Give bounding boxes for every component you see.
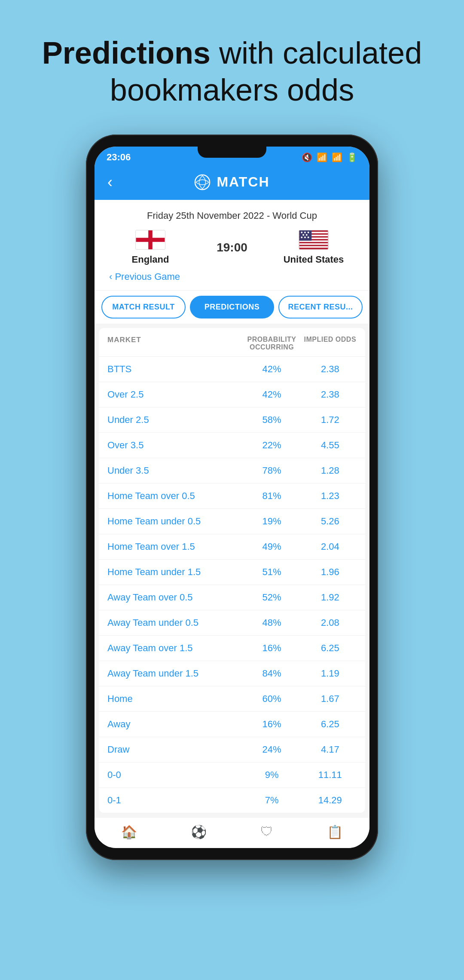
- col-odds-header: IMPLIED ODDS: [304, 336, 357, 351]
- bottom-nav: 🏠 ⚽ 🛡 📋: [95, 817, 369, 848]
- odds-value: 1.92: [304, 592, 357, 603]
- market-name: Home Team over 0.5: [107, 490, 240, 502]
- table-row[interactable]: Away Team under 0.5 48% 2.08: [99, 610, 365, 636]
- prob-value: 9%: [240, 769, 304, 781]
- prob-value: 24%: [240, 744, 304, 755]
- table-row[interactable]: Away Team over 0.5 52% 1.92: [99, 585, 365, 610]
- app-title-text: MATCH: [217, 174, 269, 190]
- app-bar: ‹ MATCH: [95, 166, 369, 200]
- wifi-icon: 📶: [317, 152, 327, 162]
- match-info: Friday 25th November 2022 - World Cup En…: [95, 200, 369, 290]
- odds-value: 2.38: [304, 364, 357, 375]
- tab-recent-results[interactable]: RECENT RESU...: [278, 296, 363, 318]
- tab-predictions[interactable]: PREDICTIONS: [190, 296, 274, 318]
- market-name: 0-0: [107, 769, 240, 781]
- market-name: Away Team under 0.5: [107, 617, 240, 628]
- market-name: Under 2.5: [107, 414, 240, 426]
- table-row[interactable]: Draw 24% 4.17: [99, 737, 365, 763]
- table-rows: BTTS 42% 2.38 Over 2.5 42% 2.38 Under 2.…: [99, 357, 365, 813]
- svg-point-0: [195, 175, 210, 190]
- home-team: England: [116, 230, 185, 265]
- clipboard-icon: 📋: [327, 824, 343, 839]
- table-row[interactable]: 0-0 9% 11.11: [99, 763, 365, 788]
- page-header: Predictions with calculated bookmakers o…: [0, 0, 464, 135]
- table-row[interactable]: Away 16% 6.25: [99, 712, 365, 737]
- nav-sports[interactable]: ⚽: [191, 824, 207, 839]
- odds-value: 6.25: [304, 643, 357, 654]
- market-name: Draw: [107, 744, 240, 755]
- market-name: Away Team under 1.5: [107, 668, 240, 679]
- odds-value: 5.26: [304, 516, 357, 527]
- phone-shell: 23:06 🔇 📶 📶 🔋 ‹: [86, 135, 378, 860]
- odds-value: 4.55: [304, 440, 357, 451]
- sports-icon: ⚽: [191, 824, 207, 839]
- predictions-section: MARKET PROBABILITY OCCURRING IMPLIED ODD…: [95, 324, 369, 817]
- home-icon: 🏠: [121, 824, 137, 839]
- phone-wrapper: 23:06 🔇 📶 📶 🔋 ‹: [0, 135, 464, 886]
- prob-value: 42%: [240, 389, 304, 400]
- prob-value: 48%: [240, 617, 304, 628]
- odds-value: 1.19: [304, 668, 357, 679]
- nav-home[interactable]: 🏠: [121, 824, 137, 839]
- prob-value: 58%: [240, 414, 304, 426]
- previous-game-link[interactable]: ‹ Previous Game: [107, 271, 357, 282]
- svg-rect-3: [136, 238, 165, 242]
- odds-value: 1.28: [304, 465, 357, 476]
- prob-value: 42%: [240, 364, 304, 375]
- svg-point-14: [308, 232, 309, 233]
- prob-value: 81%: [240, 490, 304, 502]
- table-row[interactable]: Home Team over 1.5 49% 2.04: [99, 534, 365, 560]
- table-row[interactable]: Away Team over 1.5 16% 6.25: [99, 636, 365, 661]
- match-teams: England 19:00: [107, 230, 357, 265]
- us-flag-icon: [299, 230, 329, 250]
- phone-notch: [198, 147, 266, 158]
- svg-point-18: [304, 236, 306, 238]
- odds-value: 2.08: [304, 617, 357, 628]
- nav-shield[interactable]: 🛡: [260, 824, 273, 839]
- table-row[interactable]: Over 2.5 42% 2.38: [99, 382, 365, 407]
- prob-value: 16%: [240, 719, 304, 730]
- table-row[interactable]: Over 3.5 22% 4.55: [99, 433, 365, 458]
- mute-icon: 🔇: [302, 152, 312, 162]
- odds-value: 2.04: [304, 541, 357, 552]
- svg-point-19: [308, 236, 309, 238]
- odds-value: 1.23: [304, 490, 357, 502]
- nav-clipboard[interactable]: 📋: [327, 824, 343, 839]
- away-team-name: United States: [284, 254, 344, 265]
- prob-value: 52%: [240, 592, 304, 603]
- odds-value: 14.29: [304, 795, 357, 806]
- back-button[interactable]: ‹: [107, 173, 113, 191]
- svg-rect-10: [299, 246, 328, 248]
- table-row[interactable]: 0-1 7% 14.29: [99, 788, 365, 813]
- market-name: Home Team under 0.5: [107, 516, 240, 527]
- market-name: Home Team over 1.5: [107, 541, 240, 552]
- shield-icon: 🛡: [260, 824, 273, 839]
- market-name: Away Team over 0.5: [107, 592, 240, 603]
- odds-value: 1.72: [304, 414, 357, 426]
- market-name: Away Team over 1.5: [107, 643, 240, 654]
- svg-rect-8: [299, 240, 328, 242]
- table-row[interactable]: Home Team over 0.5 81% 1.23: [99, 484, 365, 509]
- tabs-container: MATCH RESULT PREDICTIONS RECENT RESU...: [95, 290, 369, 324]
- header-bold: Predictions: [42, 36, 211, 70]
- table-row[interactable]: BTTS 42% 2.38: [99, 357, 365, 382]
- table-row[interactable]: Home 60% 1.67: [99, 686, 365, 712]
- svg-point-16: [306, 234, 308, 236]
- market-name: Over 2.5: [107, 389, 240, 400]
- market-name: BTTS: [107, 364, 240, 375]
- table-row[interactable]: Under 2.5 58% 1.72: [99, 407, 365, 433]
- table-row[interactable]: Home Team under 1.5 51% 1.96: [99, 560, 365, 585]
- table-row[interactable]: Away Team under 1.5 84% 1.19: [99, 661, 365, 686]
- odds-value: 1.67: [304, 693, 357, 704]
- prob-value: 51%: [240, 567, 304, 578]
- market-name: Over 3.5: [107, 440, 240, 451]
- tab-match-result[interactable]: MATCH RESULT: [101, 296, 186, 318]
- odds-value: 2.38: [304, 389, 357, 400]
- prob-value: 60%: [240, 693, 304, 704]
- market-name: Home: [107, 693, 240, 704]
- svg-rect-9: [299, 243, 328, 245]
- table-row[interactable]: Home Team under 0.5 19% 5.26: [99, 509, 365, 534]
- table-header: MARKET PROBABILITY OCCURRING IMPLIED ODD…: [99, 328, 365, 357]
- odds-value: 1.96: [304, 567, 357, 578]
- table-row[interactable]: Under 3.5 78% 1.28: [99, 458, 365, 484]
